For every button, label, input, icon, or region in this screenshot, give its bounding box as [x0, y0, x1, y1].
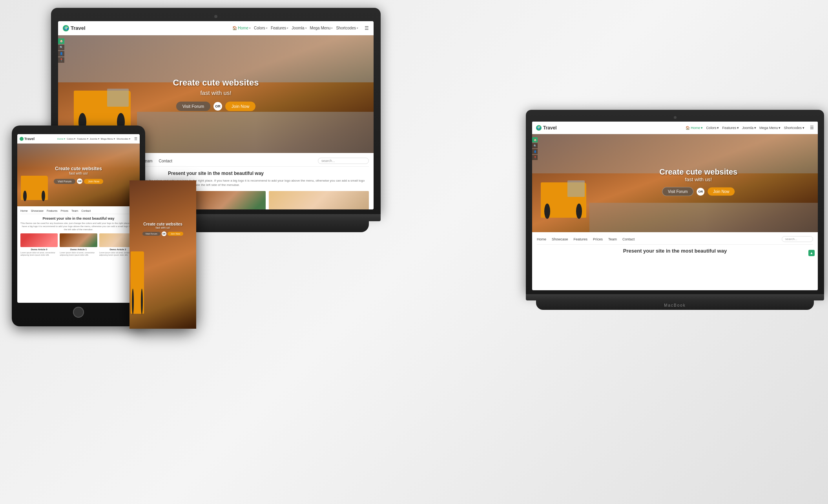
- macbook-camera: [674, 116, 677, 119]
- tablet-hero-text: Create cute websites fast with us! Visit…: [54, 166, 103, 184]
- laptop-visit-forum-button[interactable]: Visit Forum: [176, 102, 210, 111]
- macbook-sidebar-user[interactable]: 👤: [532, 149, 538, 154]
- tablet-nav-links: Home ▾ Colors ▾ Features ▾ Joomla ▾ Mega…: [57, 137, 130, 140]
- tablet-subnav-showcase[interactable]: Showcase: [31, 209, 44, 212]
- nav-features-link[interactable]: Features ▾: [271, 26, 288, 30]
- sidebar-home-icon[interactable]: 🏠: [58, 38, 64, 44]
- tablet-content-section: Home Showcase Features Prices Team Conta…: [17, 206, 140, 259]
- tablet-nav-colors[interactable]: Colors ▾: [67, 137, 75, 140]
- macbook-nav: 🏠 Home ▾ Colors ▾ Features ▾ Joomla ▾ Me…: [686, 125, 814, 130]
- macbook-visit-forum-button[interactable]: Visit Forum: [662, 187, 693, 196]
- tablet-hero-cta: Visit Forum OR Join Now: [54, 178, 103, 184]
- macbook-section-title: Present your site in the most beautiful …: [537, 248, 813, 254]
- tablet-subnav-contact[interactable]: Contact: [81, 209, 91, 212]
- macbook-hero-sidebar: 🏠 🔍 👤 📍: [532, 134, 539, 232]
- laptop-hero-text: Create cute websites fast with us! Visit…: [173, 78, 259, 111]
- tablet-visit-forum-button[interactable]: Visit Forum: [54, 179, 75, 184]
- tablet-article-img-1: [60, 233, 97, 247]
- hamburger-icon[interactable]: ☰: [365, 25, 369, 31]
- nav-home-link[interactable]: 🏠 Home ▾: [232, 26, 251, 30]
- tablet-article-img-0: [20, 233, 58, 247]
- phone-device: 9:41 ▲ WiFi ▮▮ Travel ☰: [129, 180, 196, 329]
- macbook-sidebar-home[interactable]: 🏠: [532, 137, 538, 142]
- phone-visit-forum-button[interactable]: Visit Forum: [142, 232, 160, 236]
- tablet-brand-name: Travel: [24, 137, 35, 141]
- tablet-nav-home[interactable]: Home ▾: [57, 137, 66, 140]
- tablet-articles: Demo Article 0 Lorem ipsum dolor sit ame…: [20, 233, 137, 256]
- laptop-brand-name: Travel: [71, 25, 86, 31]
- tablet-subnav-prices[interactable]: Prices: [61, 209, 68, 212]
- macbook-nav-home[interactable]: 🏠 Home ▾: [686, 126, 703, 130]
- tablet-section-title: Present your site in the most beautiful …: [20, 217, 137, 220]
- laptop-hero-cta: Visit Forum OR Join Now: [173, 102, 259, 111]
- macbook-subnav-showcase[interactable]: Showcase: [552, 237, 568, 241]
- laptop-article-2: Demo Article 2 Lorem ipsum dolor sit ame…: [269, 191, 369, 209]
- phone-join-now-button[interactable]: Join Now: [168, 232, 184, 236]
- macbook-search-input[interactable]: [782, 236, 813, 242]
- macbook-nav-features[interactable]: Features ▾: [722, 126, 739, 130]
- macbook-subnav: Home Showcase Features Prices Team Conta…: [537, 236, 813, 245]
- laptop-article-img-2: [269, 191, 369, 209]
- macbook-sidebar-search[interactable]: 🔍: [532, 143, 538, 148]
- tablet-nav-features[interactable]: Features ▾: [77, 137, 88, 140]
- macbook-subnav-home[interactable]: Home: [537, 237, 546, 241]
- macbook-content-section: Home Showcase Features Prices Team Conta…: [532, 232, 818, 259]
- macbook-navbar: 🌍 Travel 🏠 Home ▾ Colors ▾ Features ▾ Jo…: [532, 122, 818, 134]
- sidebar-location-icon[interactable]: 📍: [58, 57, 64, 63]
- laptop-search-input[interactable]: [318, 158, 369, 164]
- macbook-camera-bar: [532, 116, 818, 119]
- macbook-subnav-prices[interactable]: Prices: [593, 237, 603, 241]
- nav-colors-link[interactable]: Colors ▾: [254, 26, 268, 30]
- macbook-join-now-button[interactable]: Join Now: [708, 187, 735, 196]
- tablet-join-now-button[interactable]: Join Now: [84, 179, 103, 184]
- laptop-camera: [214, 15, 217, 18]
- sidebar-user-icon[interactable]: 👤: [58, 51, 64, 56]
- macbook-body: 🌍 Travel 🏠 Home ▾ Colors ▾ Features ▾ Jo…: [526, 110, 824, 294]
- tablet-hero-title: Create cute websites: [54, 166, 103, 171]
- tablet-hamburger-icon[interactable]: ☰: [134, 137, 137, 141]
- tablet-nav-joomla[interactable]: Joomla ▾: [90, 137, 99, 140]
- laptop-nav-links: 🏠 Home ▾ Colors ▾ Features ▾ Joomla ▾ Me…: [232, 25, 369, 31]
- macbook-scroll-top-button[interactable]: ▲: [808, 250, 815, 256]
- macbook-nav-joomla[interactable]: Joomla ▾: [742, 126, 756, 130]
- macbook-subnav-contact[interactable]: Contact: [622, 237, 635, 241]
- subnav-contact[interactable]: Contact: [159, 159, 172, 163]
- macbook-nav-megamenu[interactable]: Mega Menu ▾: [759, 126, 781, 130]
- nav-megamenu-link[interactable]: Mega Menu ▾: [310, 26, 333, 30]
- tablet-subnav: Home Showcase Features Prices Team Conta…: [20, 209, 137, 214]
- tablet-device: Travel Home ▾ Colors ▾ Features ▾ Joomla…: [12, 126, 145, 326]
- macbook-sidebar-location[interactable]: 📍: [532, 155, 538, 160]
- laptop-or-label: OR: [213, 102, 222, 111]
- macbook-nav-shortcodes[interactable]: Shortcodes ▾: [784, 126, 804, 130]
- tablet-hero-subtitle: fast with us!: [54, 171, 103, 175]
- phone-or-label: OR: [162, 231, 166, 236]
- phone-hero-text: Create cute websites fast with us! Visit…: [142, 222, 184, 236]
- tablet-home-button[interactable]: [73, 307, 84, 318]
- tablet-subnav-features[interactable]: Features: [47, 209, 58, 212]
- nav-shortcodes-link[interactable]: Shortcodes ▾: [336, 26, 358, 30]
- macbook-subnav-features[interactable]: Features: [574, 237, 588, 241]
- laptop-camera-bar: [58, 15, 374, 18]
- phone-screen: 9:41 ▲ WiFi ▮▮ Travel ☰: [133, 195, 193, 317]
- tablet-section-text: This theme can be used for any business …: [20, 222, 137, 231]
- macbook-hero-subtitle: fast with us!: [659, 176, 737, 182]
- tablet-screen: Travel Home ▾ Colors ▾ Features ▾ Joomla…: [17, 134, 140, 303]
- macbook-nav-colors[interactable]: Colors ▾: [706, 126, 719, 130]
- macbook-hamburger-icon[interactable]: ☰: [810, 125, 814, 130]
- macbook-foot: MacBook: [536, 300, 814, 310]
- macbook-globe-icon: 🌍: [536, 125, 542, 131]
- laptop-hero-subtitle: fast with us!: [173, 89, 259, 96]
- tablet-nav-shortcodes[interactable]: Shortcodes ▾: [117, 137, 130, 140]
- macbook-screen: 🌍 Travel 🏠 Home ▾ Colors ▾ Features ▾ Jo…: [532, 122, 818, 290]
- tablet-article-text-1: Lorem ipsum dolor sit amet, consectetur …: [60, 251, 97, 256]
- tablet-subnav-home[interactable]: Home: [20, 209, 28, 212]
- laptop-join-now-button[interactable]: Join Now: [225, 102, 255, 111]
- sidebar-search-icon[interactable]: 🔍: [58, 45, 64, 50]
- macbook-subnav-team[interactable]: Team: [608, 237, 617, 241]
- tablet-subnav-team[interactable]: Team: [71, 209, 78, 212]
- macbook-device: 🌍 Travel 🏠 Home ▾ Colors ▾ Features ▾ Jo…: [526, 110, 824, 310]
- nav-joomla-link[interactable]: Joomla ▾: [292, 26, 306, 30]
- macbook-hero: 🏠 🔍 👤 📍 Create cute websites fast with u…: [532, 134, 818, 232]
- tablet-nav-megamenu[interactable]: Mega Menu ▾: [101, 137, 115, 140]
- macbook-hero-cta: Visit Forum OR Join Now: [659, 187, 737, 196]
